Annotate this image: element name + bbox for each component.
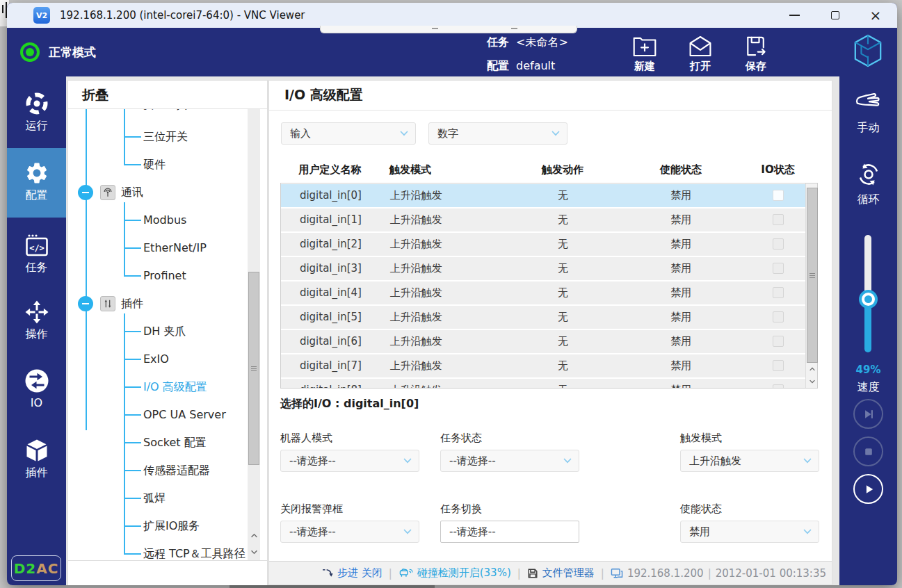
- io-table-row[interactable]: digital_in[4]上升沿触发无禁用: [281, 281, 805, 304]
- task-state-select[interactable]: --请选择--: [440, 450, 579, 472]
- io-state-checkbox[interactable]: [773, 336, 784, 347]
- io-table-row[interactable]: digital_in[7]上升沿触发无禁用: [281, 354, 805, 377]
- io-table-row[interactable]: digital_in[3]上升沿触发无禁用: [281, 257, 805, 280]
- tree-scroll-up-button[interactable]: [248, 527, 260, 544]
- tree-item[interactable]: ExIO: [143, 352, 169, 367]
- tree-item[interactable]: Modbus: [143, 213, 186, 228]
- task-switch-input[interactable]: --请选择--: [440, 521, 579, 543]
- config-name-field: 配置default: [487, 59, 555, 74]
- svg-text:</>: </>: [29, 243, 45, 253]
- tree-item[interactable]: 插件: [121, 296, 143, 311]
- sidebar-item-operate[interactable]: 操作: [7, 297, 66, 348]
- open-task-button[interactable]: 打开: [673, 31, 728, 74]
- play-button[interactable]: [853, 474, 883, 504]
- tree-item[interactable]: 三位开关: [143, 129, 188, 145]
- tree-scrollbar-thumb[interactable]: [248, 272, 259, 465]
- config-tree-panel: 折叠 安全工具三位开关硬件通讯ModbusEtherNet/IPProfinet…: [67, 80, 268, 585]
- close-alarm-label: 关闭报警弹框: [280, 503, 343, 516]
- run-target-icon: [7, 89, 66, 118]
- io-advanced-config-panel: I/O 高级配置 输入 数字 用户定义名称触发模式触发动作使能状态IO状态 di…: [268, 80, 832, 585]
- io-state-checkbox[interactable]: [773, 263, 784, 274]
- maximize-button[interactable]: [821, 3, 849, 28]
- io-state-checkbox[interactable]: [773, 214, 784, 225]
- separator: |: [389, 567, 392, 580]
- io-table-row[interactable]: digital_in[0]上升沿触发无禁用: [281, 184, 805, 207]
- step-status[interactable]: 步进 关闭: [337, 566, 382, 580]
- speed-slider-thumb[interactable]: [859, 290, 878, 309]
- trigger-mode-cell: 上升沿触发: [380, 354, 515, 377]
- trigger-mode-select[interactable]: 上升沿触发: [680, 450, 819, 472]
- tree-item[interactable]: Profinet: [143, 268, 186, 284]
- sidebar-item-task[interactable]: </>任务: [7, 231, 66, 281]
- table-scroll-up-button[interactable]: [806, 363, 818, 375]
- tree-scroll-down-button[interactable]: [248, 544, 260, 560]
- io-direction-select[interactable]: 输入: [281, 122, 416, 145]
- tree-connector-tick: [124, 220, 141, 221]
- tree-item[interactable]: I/O 高级配置: [143, 379, 207, 395]
- vnc-toolbar-tab[interactable]: [320, 26, 577, 33]
- tree-scrollbar[interactable]: [248, 109, 260, 560]
- tree-item[interactable]: 弧焊: [143, 491, 166, 506]
- taskbar-fragment: [229, 585, 435, 588]
- loop-mode-icon[interactable]: [855, 161, 881, 187]
- speed-slider[interactable]: [839, 229, 897, 361]
- tree-item[interactable]: 通讯: [121, 185, 143, 200]
- tree-item[interactable]: OPC UA Server: [143, 407, 226, 423]
- sidebar-item-config[interactable]: 配置: [7, 158, 66, 209]
- tree-item[interactable]: DH 夹爪: [143, 324, 186, 339]
- io-state-checkbox[interactable]: [773, 287, 784, 298]
- io-table-row[interactable]: digital_in[5]上升沿触发无禁用: [281, 306, 805, 329]
- tree-item[interactable]: 硬件: [143, 157, 166, 172]
- table-scroll-down-button[interactable]: [806, 375, 818, 388]
- tree-item[interactable]: 远程 TCP＆工具路径: [143, 546, 245, 560]
- stop-button[interactable]: [853, 436, 883, 466]
- tree-item[interactable]: 安全工具: [143, 109, 188, 113]
- io-kind-select[interactable]: 数字: [428, 122, 567, 145]
- io-table-row[interactable]: digital_in[8]上升沿触发无禁用: [281, 379, 805, 388]
- table-scrollbar-thumb[interactable]: [807, 188, 818, 363]
- window-titlebar[interactable]: V2 192.168.1.200 (intel-corei7-64:0) - V…: [7, 3, 897, 28]
- tree-panel-title[interactable]: 折叠: [82, 86, 108, 104]
- tree-collapse-toggle[interactable]: [78, 296, 93, 311]
- d2ac-badge[interactable]: D2AC: [11, 555, 61, 581]
- io-table-row[interactable]: digital_in[2]上升沿触发无禁用: [281, 233, 805, 256]
- tree-item[interactable]: 扩展IO服务: [143, 518, 200, 534]
- new-folder-icon: [617, 31, 673, 58]
- page-title: I/O 高级配置: [284, 86, 363, 104]
- sidebar-item-plugin[interactable]: 插件: [7, 436, 66, 486]
- file-manager-link[interactable]: 文件管理器: [542, 566, 595, 580]
- io-table-row[interactable]: digital_in[6]上升沿触发无禁用: [281, 330, 805, 353]
- badge-text: D2: [14, 560, 37, 577]
- collision-detection-status[interactable]: 碰撞检测开启(33%): [417, 566, 511, 580]
- antenna-icon: [100, 185, 115, 200]
- tree-item[interactable]: 传感器适配器: [143, 463, 210, 478]
- task-state-value: --请选择--: [449, 455, 496, 468]
- vnc-app-icon: V2: [33, 7, 50, 24]
- robot-mode-select[interactable]: --请选择--: [280, 450, 419, 472]
- table-scrollbar[interactable]: [805, 183, 817, 388]
- close-alarm-select[interactable]: --请选择--: [280, 521, 419, 543]
- io-table-row[interactable]: digital_in[1]上升沿触发无禁用: [281, 209, 805, 231]
- tree-item[interactable]: Socket 配置: [143, 435, 207, 450]
- io-state-checkbox[interactable]: [773, 190, 784, 201]
- minimize-button[interactable]: [780, 3, 808, 28]
- io-state-cell: [750, 209, 805, 231]
- save-button[interactable]: 保存: [728, 31, 784, 74]
- new-task-button[interactable]: 新建: [617, 31, 673, 74]
- robot-mode-value: --请选择--: [289, 455, 336, 468]
- enable-state-value: 禁用: [689, 525, 710, 539]
- sidebar-item-io[interactable]: IO: [7, 366, 66, 416]
- enable-state-select[interactable]: 禁用: [680, 521, 819, 543]
- sidebar-item-run[interactable]: 运行: [7, 89, 66, 139]
- io-state-checkbox[interactable]: [773, 384, 784, 388]
- step-forward-button[interactable]: [853, 399, 883, 429]
- manual-mode-hand-icon[interactable]: [853, 90, 883, 114]
- trigger-mode-cell: 上升沿触发: [380, 257, 515, 280]
- io-state-checkbox[interactable]: [773, 311, 784, 322]
- io-state-checkbox[interactable]: [773, 360, 784, 371]
- close-button[interactable]: ×: [862, 3, 889, 28]
- speed-label: 速度: [839, 380, 897, 395]
- tree-item[interactable]: EtherNet/IP: [143, 240, 207, 256]
- io-state-checkbox[interactable]: [773, 238, 784, 250]
- tree-collapse-toggle[interactable]: [78, 185, 93, 200]
